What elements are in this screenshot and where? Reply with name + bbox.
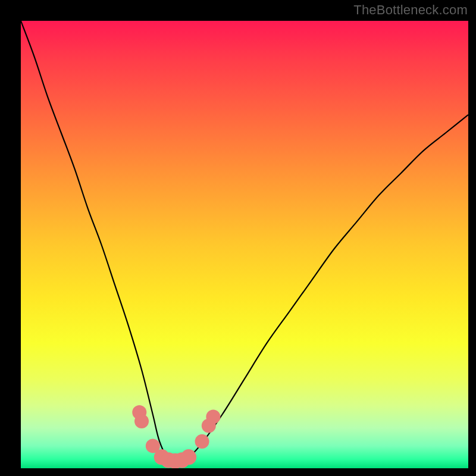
trough-marker (195, 434, 209, 449)
watermark-text: TheBottleneck.com (353, 2, 468, 18)
trough-markers (132, 405, 220, 468)
chart-frame: TheBottleneck.com (0, 0, 476, 476)
plot-area (21, 21, 468, 468)
trough-marker (181, 449, 196, 465)
trough-marker (206, 410, 220, 424)
bottleneck-curve (21, 21, 468, 464)
trough-marker (134, 414, 149, 428)
curve-layer (21, 21, 468, 468)
